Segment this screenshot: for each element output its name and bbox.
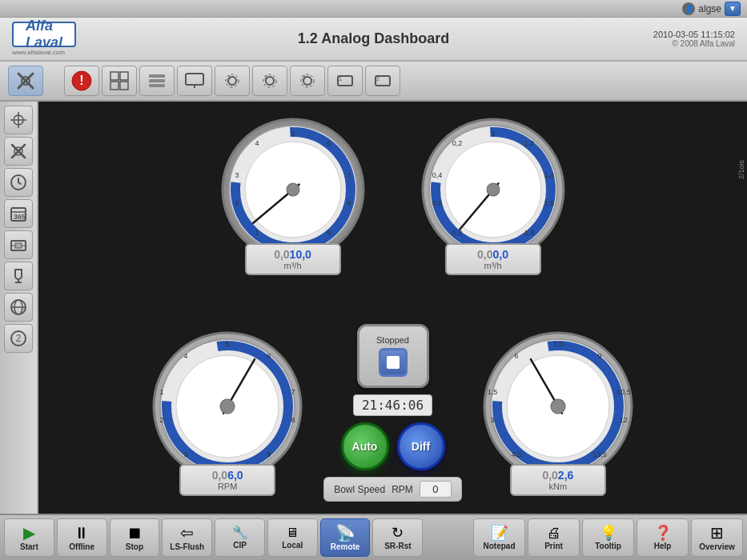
- svg-text:1,5: 1,5: [488, 388, 498, 396]
- cfg1-icon: 1: [334, 70, 356, 92]
- tooltip-label: Tooltip: [595, 542, 621, 550]
- local-label: Local: [282, 541, 303, 550]
- svg-text:1,2: 1,2: [524, 139, 534, 147]
- start-icon: ▶: [23, 525, 35, 541]
- page-title: 1.2 Analog Dashboard: [298, 30, 449, 47]
- task-btn-stop[interactable]: ⏹ Stop: [110, 518, 160, 557]
- svg-text:8: 8: [347, 199, 351, 207]
- toolbar-btn-1cfg[interactable]: 1: [327, 66, 363, 96]
- sidebar-btn-star[interactable]: 2: [4, 324, 33, 353]
- toolbar-btn-display[interactable]: [177, 66, 212, 96]
- task-btn-start[interactable]: ▶ Start: [4, 518, 54, 557]
- diff-speed-gauge: 5 6 7 8 9 10 3 2 1 4: [147, 330, 307, 496]
- toolbar-btn-alert[interactable]: !: [64, 66, 99, 96]
- sidebar-btn-network[interactable]: [4, 293, 33, 322]
- task-btn-sr-rst[interactable]: ↻ SR-Rst: [372, 518, 423, 557]
- additive-val-blue: 0,0: [493, 248, 508, 261]
- diff-speed-readout: 0,0 6,0 RPM: [179, 464, 275, 496]
- svg-text:12: 12: [620, 416, 628, 424]
- additive-label-box: Additive 0,0 0,0 m³/h: [445, 242, 541, 275]
- stop-square: [387, 356, 400, 369]
- toolbar-btn-3settings[interactable]: 3: [290, 66, 325, 96]
- toolbar-btn-grid[interactable]: [102, 66, 137, 96]
- print-button[interactable]: 🖨 Print: [528, 518, 580, 557]
- svg-text:2: 2: [160, 416, 164, 424]
- svg-text:0,4: 0,4: [432, 171, 442, 179]
- help-button[interactable]: ❓ Help: [637, 518, 689, 557]
- diff-button[interactable]: Diff: [397, 422, 445, 470]
- svg-text:!: !: [79, 74, 83, 87]
- toolbar-btn-2cfg[interactable]: 2: [365, 66, 400, 96]
- toolbar-btn-layers[interactable]: [139, 66, 175, 96]
- svg-text:3: 3: [302, 74, 306, 81]
- bowl-speed-row: Bowl Speed RPM 0: [323, 477, 462, 502]
- stopped-button[interactable]: Stopped: [357, 324, 429, 388]
- svg-text:4,5: 4,5: [512, 450, 522, 458]
- svg-rect-12: [186, 74, 203, 85]
- clock-icon: [9, 173, 28, 192]
- feed-val-gray: 0,0: [274, 248, 289, 261]
- print-icon: 🖨: [547, 526, 561, 540]
- gauge-icon: [9, 235, 28, 254]
- svg-text:6: 6: [327, 139, 331, 147]
- notepad-button[interactable]: 📝 Notepad: [473, 518, 525, 557]
- diff-speed-val-blue: 6,0: [227, 469, 243, 482]
- bottom-section: 5 6 7 8 9 10 3 2 1 4: [50, 324, 735, 502]
- svg-text:5: 5: [226, 340, 230, 348]
- stop-task-icon: ⏹: [127, 525, 143, 541]
- stop-label: Stop: [126, 542, 143, 551]
- cip-label: CIP: [233, 541, 247, 550]
- svg-rect-8: [120, 82, 128, 90]
- tooltip-button[interactable]: 💡 Tooltip: [582, 518, 634, 557]
- toolbar-btn-active[interactable]: [8, 66, 43, 96]
- sidebar-btn-cross[interactable]: [4, 137, 33, 166]
- diff-label: Diff: [412, 440, 430, 453]
- header-right: 2010-03-05 11:15:02 © 2008 Alfa Laval: [653, 30, 735, 48]
- remote-icon: 📡: [335, 525, 355, 541]
- task-btn-local[interactable]: 🖥 Local: [267, 518, 318, 557]
- svg-text:365: 365: [14, 213, 26, 221]
- additive-val-gray: 0,0: [477, 248, 492, 261]
- auto-button[interactable]: Auto: [341, 422, 389, 470]
- svg-text:1: 1: [339, 76, 342, 82]
- sidebar-btn-crosshair[interactable]: [4, 106, 33, 134]
- main-content: 5 6 7 8 9 10 1 2 3 4: [38, 102, 747, 514]
- svg-text:7,5: 7,5: [553, 340, 564, 348]
- print-label: Print: [544, 542, 563, 550]
- toolbar-btn-2settings[interactable]: 2: [252, 66, 287, 96]
- feed-unit: m³/h: [274, 261, 311, 270]
- sidebar-btn-cup[interactable]: [4, 262, 33, 290]
- diff-speed-unit: RPM: [212, 482, 243, 491]
- svg-text:9: 9: [597, 352, 601, 360]
- svg-text:3: 3: [235, 171, 239, 179]
- settings-icon: 1: [221, 70, 243, 92]
- svg-text:7: 7: [347, 171, 351, 179]
- task-btn-remote[interactable]: 📡 Remote: [320, 518, 371, 557]
- torque-unit: kNm: [542, 482, 573, 491]
- svg-text:10,5: 10,5: [616, 388, 631, 396]
- notepad-label: Notepad: [484, 542, 516, 550]
- top-gauges: 5 6 7 8 9 10 1 2 3 4: [217, 114, 569, 275]
- user-dropdown-button[interactable]: ▼: [725, 2, 741, 16]
- copyright-label: © 2008 Alfa Laval: [672, 39, 735, 48]
- feed-label-box: Feed 0,0 10,0 m³/h: [245, 242, 341, 275]
- svg-rect-9: [149, 74, 165, 78]
- top-bar: 👤 algse ▼: [0, 0, 747, 18]
- toolbar-btn-settings[interactable]: 1: [215, 66, 250, 96]
- svg-text:7: 7: [291, 388, 295, 396]
- tooltip-icon: 💡: [600, 526, 617, 540]
- task-btn-cip[interactable]: 🔧 CIP: [215, 518, 265, 557]
- overview-button[interactable]: ⊞ Overview: [691, 518, 743, 557]
- svg-text:3: 3: [184, 450, 188, 458]
- task-btn-offline[interactable]: ⏸ Offline: [57, 518, 107, 557]
- sidebar-btn-gauge[interactable]: [4, 230, 33, 259]
- calendar-icon: 365: [9, 204, 28, 223]
- task-btn-ls-flush[interactable]: ⇦ LS-Flush: [162, 518, 212, 557]
- sr-rst-icon: ↻: [392, 526, 404, 540]
- user-icon: 👤: [682, 2, 695, 15]
- bowl-speed-label: Bowl Speed: [334, 484, 385, 495]
- sidebar-btn-clock[interactable]: [4, 168, 33, 197]
- sidebar-btn-calendar[interactable]: 365: [4, 199, 33, 228]
- sr-rst-label: SR-Rst: [384, 542, 411, 550]
- additive-gauge: 1 1,2 1,4 1,6 1,8 2 0,8 0,6 0,4 0,2: [417, 114, 569, 275]
